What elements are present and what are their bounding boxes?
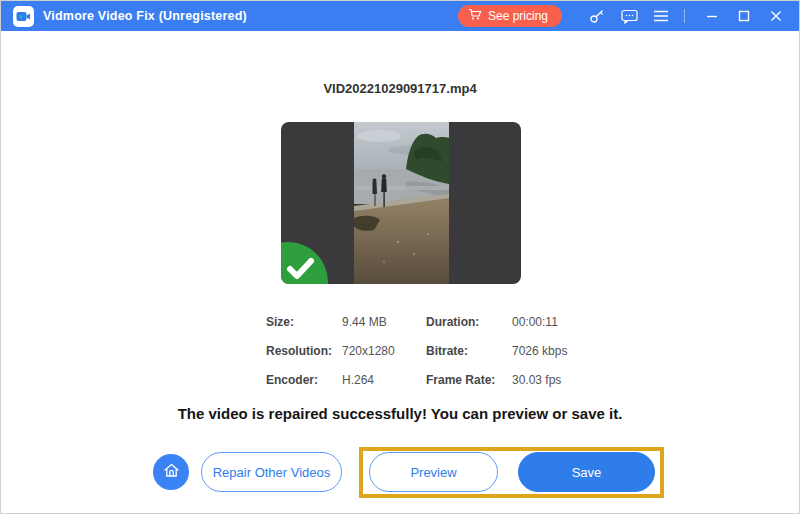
repair-success-badge	[281, 242, 328, 284]
info-label: Duration:	[426, 315, 512, 329]
info-value: 30.03 fps	[512, 373, 582, 387]
register-key-button[interactable]	[584, 3, 610, 29]
see-pricing-button[interactable]: See pricing	[458, 5, 562, 27]
preview-button[interactable]: Preview	[369, 452, 498, 492]
video-thumbnail	[281, 122, 521, 284]
home-button[interactable]	[153, 454, 189, 490]
info-value: 7026 kbps	[512, 344, 582, 358]
info-label: Encoder:	[266, 373, 342, 387]
app-logo-icon	[13, 6, 34, 27]
see-pricing-label: See pricing	[488, 9, 548, 23]
cart-icon	[468, 8, 482, 24]
info-label: Resolution:	[266, 344, 342, 358]
info-value: 720x1280	[342, 344, 426, 358]
video-frame-image	[354, 122, 449, 284]
save-button[interactable]: Save	[518, 452, 655, 492]
titlebar-divider	[684, 9, 685, 23]
video-filename: VID20221029091717.mp4	[1, 81, 799, 96]
info-value: 9.44 MB	[342, 315, 426, 329]
success-message: The video is repaired successfully! You …	[1, 405, 799, 422]
titlebar: Vidmore Video Fix (Unregistered) See pri…	[1, 1, 799, 31]
video-info-table: Size: 9.44 MB Duration: 00:00:11 Resolut…	[266, 307, 582, 394]
repair-other-videos-button[interactable]: Repair Other Videos	[201, 452, 342, 492]
info-value: 00:00:11	[512, 315, 582, 329]
info-label: Bitrate:	[426, 344, 512, 358]
close-button[interactable]	[763, 3, 789, 29]
info-label: Size:	[266, 315, 342, 329]
info-value: H.264	[342, 373, 426, 387]
info-label: Frame Rate:	[426, 373, 512, 387]
feedback-button[interactable]	[616, 3, 642, 29]
app-title: Vidmore Video Fix (Unregistered)	[43, 9, 247, 23]
maximize-button[interactable]	[731, 3, 757, 29]
minimize-button[interactable]	[699, 3, 725, 29]
menu-button[interactable]	[648, 3, 674, 29]
app-window: Vidmore Video Fix (Unregistered) See pri…	[0, 0, 800, 514]
home-icon	[163, 462, 180, 482]
